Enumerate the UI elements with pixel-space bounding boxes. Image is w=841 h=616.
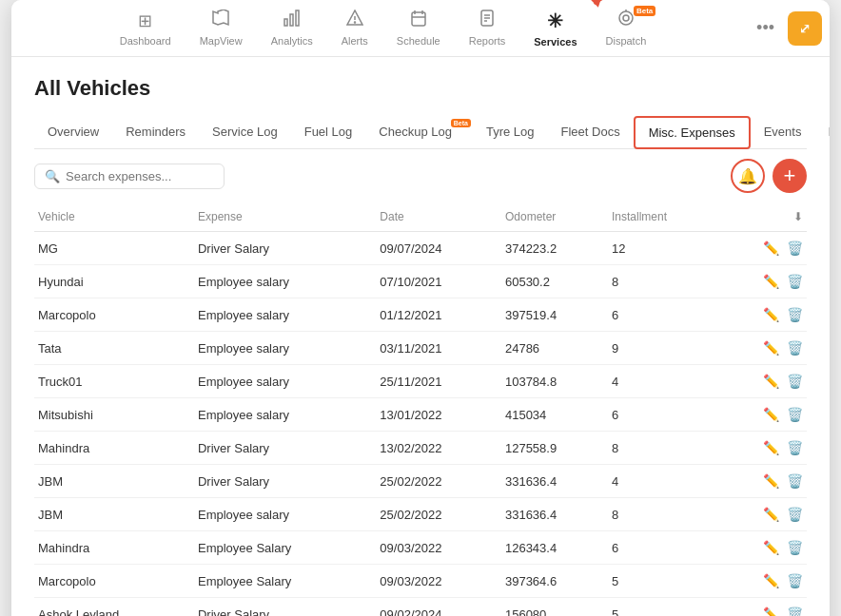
nav-item-dashboard[interactable]: ⊞ Dashboard [107, 3, 185, 54]
edit-row-button[interactable]: ✏️ [763, 274, 779, 289]
cell-expense: Driver Salary [194, 598, 376, 617]
table-row: Ashok Leyland Driver Salary 09/02/2024 1… [34, 598, 807, 617]
cell-expense: Driver Salary [194, 465, 376, 498]
delete-row-button[interactable]: 🗑️ [787, 407, 803, 422]
edit-row-button[interactable]: ✏️ [763, 440, 779, 455]
tab-bar: Overview Reminders Service Log Fuel Log … [34, 116, 807, 149]
tab-misc-expenses[interactable]: Misc. Expenses [634, 116, 751, 149]
cell-odometer: 331636.4 [501, 498, 608, 531]
tab-events[interactable]: Events [751, 117, 815, 148]
cell-expense: Driver Salary [194, 432, 376, 465]
tab-tyre-log[interactable]: Tyre Log [473, 117, 548, 148]
delete-row-button[interactable]: 🗑️ [787, 374, 803, 389]
more-icon: ••• [756, 18, 774, 38]
table-row: MG Driver Salary 09/07/2024 374223.2 12 … [34, 232, 807, 265]
col-header-installment: Installment [608, 202, 721, 232]
edit-row-button[interactable]: ✏️ [763, 340, 779, 356]
tab-fuel-log[interactable]: Fuel Log [291, 117, 366, 148]
nav-item-services[interactable]: ✳ Services [520, 2, 590, 55]
nav-item-dispatch[interactable]: Beta Dispatch [593, 2, 660, 54]
schedule-icon [410, 10, 427, 31]
delete-row-button[interactable]: 🗑️ [787, 473, 803, 489]
alerts-icon [346, 10, 363, 31]
edit-row-button[interactable]: ✏️ [763, 540, 779, 555]
table-row: Marcopolo Employee Salary 09/03/2022 397… [34, 565, 807, 598]
table-header-row: Vehicle Expense Date Odometer Installmen… [34, 202, 807, 232]
delete-row-button[interactable]: 🗑️ [787, 440, 803, 455]
tab-fleet-docs[interactable]: Fleet Docs [548, 117, 634, 148]
cell-date: 25/02/2022 [376, 498, 501, 531]
nav-label-dispatch: Dispatch [606, 35, 647, 47]
svg-rect-2 [296, 10, 299, 26]
cell-date: 09/02/2024 [376, 598, 501, 617]
main-content: All Vehicles Overview Reminders Service … [11, 57, 830, 616]
col-header-vehicle: Vehicle [34, 202, 194, 232]
svg-rect-5 [412, 12, 425, 26]
table-row: Mahindra Driver Salary 13/02/2022 127558… [34, 432, 807, 465]
cell-date: 07/10/2021 [376, 265, 501, 298]
delete-row-button[interactable]: 🗑️ [787, 507, 803, 522]
edit-row-button[interactable]: ✏️ [763, 507, 779, 522]
cell-installment: 8 [608, 498, 721, 531]
edit-row-button[interactable]: ✏️ [763, 606, 779, 616]
notification-bell-button[interactable]: 🔔 [731, 159, 765, 193]
table-row: Truck01 Employee salary 25/11/2021 10378… [34, 365, 807, 398]
nav-expand-button[interactable]: ⤢ [788, 11, 822, 46]
edit-row-button[interactable]: ✏️ [763, 573, 779, 588]
add-expense-button[interactable]: + [773, 159, 807, 193]
edit-row-button[interactable]: ✏️ [763, 307, 779, 322]
delete-row-button[interactable]: 🗑️ [787, 540, 803, 555]
cell-installment: 6 [608, 398, 721, 432]
tab-service-log[interactable]: Service Log [199, 117, 291, 148]
nav-label-dashboard: Dashboard [120, 35, 171, 47]
delete-row-button[interactable]: 🗑️ [787, 606, 803, 616]
nav-item-reports[interactable]: Reports [456, 2, 519, 54]
tab-issues[interactable]: Issues [814, 117, 830, 148]
cell-date: 13/01/2022 [376, 398, 501, 432]
table-row: Hyundai Employee salary 07/10/2021 60530… [34, 265, 807, 298]
top-nav: ⊞ Dashboard MapView Analytics [11, 0, 830, 57]
cell-odometer: 415034 [501, 398, 608, 432]
delete-row-button[interactable]: 🗑️ [787, 573, 803, 588]
cell-date: 09/03/2022 [376, 531, 501, 565]
table-row: Mahindra Employee Salary 09/03/2022 1263… [34, 531, 807, 565]
nav-label-reports: Reports [469, 35, 506, 47]
cell-expense: Employee Salary [194, 565, 376, 598]
search-input[interactable] [66, 169, 214, 183]
cell-expense: Employee salary [194, 332, 376, 365]
cell-expense: Employee Salary [194, 531, 376, 565]
search-box[interactable]: 🔍 [34, 164, 225, 189]
edit-row-button[interactable]: ✏️ [763, 374, 779, 389]
delete-row-button[interactable]: 🗑️ [787, 241, 803, 256]
dashboard-icon: ⊞ [138, 10, 152, 31]
cell-vehicle: Mitsubishi [34, 398, 194, 432]
nav-item-schedule[interactable]: Schedule [383, 2, 454, 54]
tab-checkup-log[interactable]: Beta Checkup Log [365, 117, 473, 148]
delete-row-button[interactable]: 🗑️ [787, 307, 803, 322]
nav-item-mapview[interactable]: MapView [186, 2, 256, 54]
cell-vehicle: Marcopolo [34, 565, 194, 598]
nav-label-mapview: MapView [200, 35, 243, 47]
cell-vehicle: JBM [34, 498, 194, 531]
svg-point-14 [619, 11, 633, 25]
col-header-date: Date [376, 202, 501, 232]
cell-odometer: 127558.9 [501, 432, 608, 465]
analytics-icon [283, 10, 302, 31]
tab-overview[interactable]: Overview [34, 117, 112, 148]
nav-item-alerts[interactable]: Alerts [328, 2, 381, 54]
edit-row-button[interactable]: ✏️ [763, 407, 779, 422]
cell-date: 09/07/2024 [376, 232, 501, 265]
delete-row-button[interactable]: 🗑️ [787, 340, 803, 356]
nav-label-schedule: Schedule [397, 35, 440, 47]
tab-reminders[interactable]: Reminders [112, 117, 199, 148]
edit-row-button[interactable]: ✏️ [763, 473, 779, 489]
edit-row-button[interactable]: ✏️ [763, 241, 779, 256]
cell-date: 25/11/2021 [376, 365, 501, 398]
delete-row-button[interactable]: 🗑️ [787, 274, 803, 289]
cell-date: 01/12/2021 [376, 298, 501, 332]
nav-more-button[interactable]: ••• [747, 10, 784, 46]
download-icon[interactable]: ⬇ [793, 210, 803, 223]
main-window: ⊞ Dashboard MapView Analytics [11, 0, 830, 616]
table-row: Marcopolo Employee salary 01/12/2021 397… [34, 298, 807, 332]
nav-item-analytics[interactable]: Analytics [258, 2, 326, 54]
